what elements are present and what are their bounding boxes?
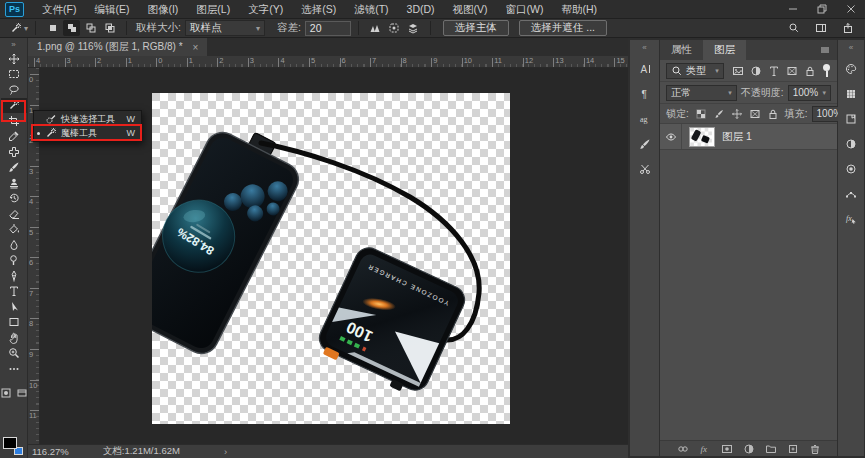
menu-item-9[interactable]: 窗口(W) — [497, 0, 553, 18]
collapse-dock-icon[interactable]: « — [838, 42, 864, 54]
active-tool-badge[interactable]: ▾ — [10, 22, 28, 34]
intersect-selection-icon[interactable] — [101, 20, 118, 36]
color-swatches[interactable] — [3, 437, 25, 455]
new-selection-icon[interactable] — [44, 20, 61, 36]
marquee-tool[interactable] — [1, 67, 27, 83]
panel-menu-icon[interactable] — [819, 40, 837, 60]
filter-shape-layers-icon[interactable] — [784, 63, 800, 79]
menu-item-6[interactable]: 滤镜(T) — [345, 0, 397, 18]
brush-settings-panel-icon[interactable] — [634, 134, 656, 154]
minimize-button[interactable] — [778, 0, 807, 18]
filter-toggle-pin[interactable] — [822, 64, 831, 78]
lasso-tool[interactable] — [1, 82, 27, 98]
eyedropper-tool[interactable] — [1, 129, 27, 145]
collapse-toolbar-icon[interactable]: » — [0, 38, 27, 51]
edit-toolbar[interactable] — [1, 361, 27, 377]
anti-alias-icon[interactable] — [367, 20, 384, 36]
move-tool[interactable] — [1, 51, 27, 67]
new-layer-icon[interactable] — [786, 442, 800, 456]
zoom-level-value[interactable]: 116.27% — [32, 446, 69, 457]
glyphs-panel-icon[interactable]: ag — [634, 109, 656, 129]
document-tab[interactable]: 1.png @ 116% (图层 1, RGB/8) * × — [28, 38, 207, 56]
contiguous-icon[interactable] — [386, 20, 403, 36]
crop-tool[interactable] — [1, 113, 27, 129]
menu-item-3[interactable]: 图层(L) — [187, 0, 239, 18]
gradient-tool[interactable] — [1, 222, 27, 238]
new-group-icon[interactable] — [764, 442, 778, 456]
styles-panel-icon[interactable] — [840, 159, 862, 179]
search-icon[interactable] — [785, 20, 802, 36]
rectangle-tool[interactable] — [1, 315, 27, 331]
new-adjustment-layer-icon[interactable] — [742, 442, 756, 456]
filter-type-layers-icon[interactable] — [766, 63, 782, 79]
foreground-color-swatch[interactable] — [3, 437, 17, 449]
add-to-selection-icon[interactable] — [63, 20, 80, 36]
layer-visibility-eye-icon[interactable] — [660, 124, 682, 149]
eraser-tool[interactable] — [1, 206, 27, 222]
collapse-dock-icon[interactable]: « — [630, 42, 659, 54]
swatches-panel-icon[interactable] — [840, 84, 862, 104]
menu-item-1[interactable]: 编辑(E) — [85, 0, 138, 18]
quick-mask-mode-icon[interactable] — [0, 387, 12, 399]
character-panel-icon[interactable]: A — [634, 59, 656, 79]
sample-all-layers-icon[interactable] — [405, 20, 422, 36]
tab-属性[interactable]: 属性 — [660, 40, 703, 60]
magic-wand-tool[interactable] — [1, 98, 27, 114]
workspace-switcher-icon[interactable] — [812, 20, 829, 36]
restore-button[interactable] — [807, 0, 836, 18]
delete-layer-icon[interactable] — [808, 442, 822, 456]
select-subject-button[interactable]: 选择主体 — [443, 20, 509, 36]
menu-item-5[interactable]: 选择(S) — [292, 0, 345, 18]
share-image-icon[interactable] — [839, 20, 856, 36]
menu-item-0[interactable]: 文件(F) — [33, 0, 85, 18]
menu-item-2[interactable]: 图像(I) — [138, 0, 187, 18]
brush-tool[interactable] — [1, 160, 27, 176]
menu-item-10[interactable]: 帮助(H) — [553, 0, 607, 18]
close-button[interactable] — [836, 0, 865, 18]
filter-smart-objects-icon[interactable] — [802, 63, 818, 79]
add-layer-mask-icon[interactable] — [720, 442, 734, 456]
flyout-item-0[interactable]: 快速选择工具W — [34, 112, 141, 126]
blend-mode-select[interactable]: 正常 ▾ — [666, 85, 737, 101]
lock-all-icon[interactable] — [765, 106, 781, 122]
paths-panel-icon[interactable] — [840, 184, 862, 204]
tolerance-input[interactable]: 20 — [305, 21, 351, 36]
sample-size-select[interactable]: 取样点▾ — [185, 20, 265, 36]
lock-transparent-pixels-icon[interactable] — [693, 106, 709, 122]
layer-thumbnail[interactable] — [689, 127, 715, 147]
layer-styles-icon[interactable]: fx — [698, 442, 712, 456]
history-brush-tool[interactable] — [1, 191, 27, 207]
layer-effects-panel-icon[interactable]: fx — [840, 209, 862, 229]
pen-tool[interactable] — [1, 268, 27, 284]
select-and-mask-button[interactable]: 选择并遮住 ... — [519, 20, 607, 36]
filter-adjustment-layers-icon[interactable] — [748, 63, 764, 79]
hand-tool[interactable] — [1, 330, 27, 346]
healing-brush-tool[interactable] — [1, 144, 27, 160]
clone-stamp-tool[interactable] — [1, 175, 27, 191]
color-panel-icon[interactable] — [840, 59, 862, 79]
paragraph-panel-icon[interactable]: ¶ — [634, 84, 656, 104]
menu-item-8[interactable]: 视图(V) — [444, 0, 497, 18]
blur-tool[interactable] — [1, 237, 27, 253]
status-chevron-icon[interactable]: › — [224, 446, 227, 457]
adjustments-panel-icon[interactable] — [840, 134, 862, 154]
type-tool[interactable] — [1, 284, 27, 300]
path-select-tool[interactable] — [1, 299, 27, 315]
screen-mode-icon[interactable] — [16, 387, 28, 399]
transparent-artboard[interactable]: 84.82% YOOZONE CHARGER 100 — [152, 93, 510, 424]
lock-image-pixels-icon[interactable] — [711, 106, 727, 122]
filter-pixel-layers-icon[interactable] — [730, 63, 746, 79]
zoom-tool[interactable] — [1, 346, 27, 362]
lock-artboard-icon[interactable] — [747, 106, 763, 122]
filter-type-select[interactable]: 类型 ▾ — [666, 63, 724, 79]
dodge-tool[interactable] — [1, 253, 27, 269]
opacity-select[interactable]: 100% ▾ — [788, 85, 831, 101]
annotation-panel-icon[interactable] — [634, 159, 656, 179]
tab-图层[interactable]: 图层 — [703, 40, 746, 60]
lock-position-icon[interactable] — [729, 106, 745, 122]
flyout-item-1[interactable]: 魔棒工具W — [34, 126, 141, 140]
layer-row[interactable]: 图层 1 — [660, 124, 837, 150]
libraries-panel-icon[interactable] — [840, 109, 862, 129]
link-layers-icon[interactable] — [676, 442, 690, 456]
subtract-from-selection-icon[interactable] — [82, 20, 99, 36]
